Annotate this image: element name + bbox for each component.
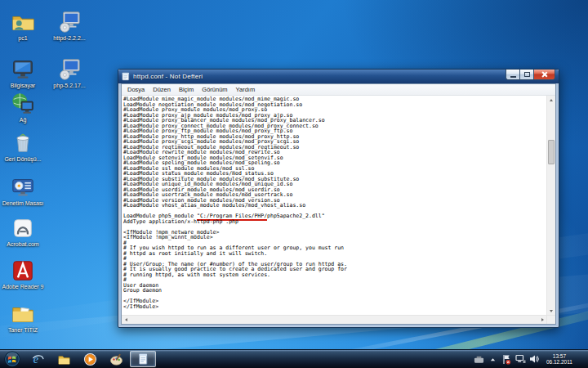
network-icon: [11, 92, 35, 116]
notepad-icon: [136, 352, 149, 366]
close-button[interactable]: [533, 70, 555, 80]
close-icon: [541, 71, 548, 78]
text-editor-content[interactable]: #LoadModule mime_magic_module modules/mo…: [122, 96, 546, 315]
desktop-icon-control-panel[interactable]: Denetim Masası: [2, 175, 44, 207]
desktop-icon-label: Taner TİTİZ: [2, 327, 44, 334]
desktop-icon-adobe-reader[interactable]: Adobe Reader 9: [2, 258, 44, 290]
explorer-folder-icon: [57, 352, 71, 366]
desktop-icon-taner-folder[interactable]: Taner TİTİZ: [2, 302, 44, 334]
desktop-icon-label: php-5.2.17...: [48, 83, 91, 89]
desktop-icon-network[interactable]: Ağ: [2, 92, 44, 123]
notepad-window: httpd.conf - Not Defteri Dosya Düzen Biç…: [118, 69, 559, 328]
minimize-button[interactable]: [506, 70, 519, 80]
start-button[interactable]: [0, 350, 24, 368]
device-icon[interactable]: [474, 352, 484, 366]
shared-folder-icon: [11, 10, 35, 34]
minimize-icon: [510, 76, 516, 78]
desktop-icon-label: Adobe Reader 9: [2, 284, 44, 290]
recycle-bin-icon: [11, 131, 35, 155]
menu-dosya[interactable]: Dosya: [123, 84, 149, 95]
menu-bicim[interactable]: Biçim: [175, 84, 198, 95]
desktop-icon-label: httpd-2.2.2...: [48, 35, 91, 42]
desktop-icon-php-installer[interactable]: php-5.2.17...: [48, 57, 91, 89]
svg-text:e: e: [33, 352, 38, 366]
scroll-left-arrow-icon[interactable]: [122, 316, 130, 324]
notepad-icon: [122, 72, 130, 81]
adobe-reader-icon: [11, 258, 35, 283]
installer-package-icon: [57, 57, 82, 82]
clock-date: 06.12.2011: [546, 359, 572, 366]
taskbar-button-windows-explorer[interactable]: [51, 351, 76, 367]
window-title: httpd.conf - Not Defteri: [133, 73, 506, 80]
window-body: Dosya Düzen Biçim Görünüm Yardım #LoadMo…: [121, 83, 556, 325]
internet-explorer-icon: e: [31, 352, 45, 366]
menu-duzen[interactable]: Düzen: [149, 84, 175, 95]
menu-yardim[interactable]: Yardım: [232, 84, 260, 95]
paint-icon: [109, 352, 123, 366]
scroll-down-arrow-icon[interactable]: [547, 307, 555, 315]
desktop-icon-label: Bilgisayar: [2, 83, 44, 89]
scroll-up-arrow-icon[interactable]: [547, 96, 555, 104]
vertical-scrollbar[interactable]: [546, 96, 555, 315]
scrollbar-corner: [546, 316, 555, 324]
horizontal-scrollbar[interactable]: [122, 316, 546, 324]
acrobat-com-icon: [11, 216, 35, 240]
show-hidden-icons-icon[interactable]: [488, 352, 498, 366]
action-center-flag-icon[interactable]: [501, 352, 512, 366]
desktop-icon-httpd-installer[interactable]: httpd-2.2.2...: [48, 10, 91, 42]
taskbar-button-internet-explorer[interactable]: e: [25, 351, 50, 367]
taskbar-button-media-player[interactable]: [78, 351, 102, 367]
window-titlebar[interactable]: httpd.conf - Not Defteri: [118, 70, 559, 83]
taskbar-button-notepad[interactable]: [130, 351, 156, 367]
menu-bar: Dosya Düzen Biçim Görünüm Yardım: [122, 84, 555, 96]
scroll-right-arrow-icon[interactable]: [538, 316, 546, 324]
system-tray: 13:57 06.12.2011: [474, 350, 588, 368]
network-status-icon[interactable]: [515, 352, 526, 366]
desktop-icon-label: Denetim Masası: [2, 200, 44, 207]
menu-gorunum[interactable]: Görünüm: [198, 84, 231, 95]
maximize-button[interactable]: [519, 70, 533, 80]
desktop-icon-recycle-bin[interactable]: Geri Dönüşü...: [2, 131, 44, 163]
desktop-icon-label: Geri Dönüşü...: [2, 156, 44, 163]
taskbar-button-paint[interactable]: [104, 351, 128, 367]
desktop-icon-acrobat-com[interactable]: Acrobat.com: [2, 216, 44, 248]
windows-start-orb-icon: [4, 351, 20, 367]
taskbar-clock[interactable]: 13:57 06.12.2011: [543, 353, 576, 366]
control-panel-icon: [11, 175, 35, 200]
computer-icon: [11, 57, 35, 82]
vertical-scrollbar-thumb[interactable]: [548, 140, 555, 164]
annotation-red-underline: "C:/Program Files/PHP/: [197, 213, 267, 221]
volume-icon[interactable]: [529, 352, 540, 366]
desktop-icon-label: Acrobat.com: [2, 241, 44, 248]
desktop-icon-pc1[interactable]: pc1: [2, 10, 44, 42]
desktop-icon-computer[interactable]: Bilgisayar: [2, 57, 44, 89]
desktop-icon-label: pc1: [2, 35, 44, 42]
media-player-icon: [83, 352, 97, 366]
taskbar: e: [0, 349, 588, 368]
maximize-icon: [524, 72, 530, 77]
folder-icon: [11, 302, 35, 326]
desktop-icon-label: Ağ: [2, 117, 44, 123]
clock-time: 13:57: [546, 353, 572, 360]
installer-package-icon: [57, 10, 82, 34]
